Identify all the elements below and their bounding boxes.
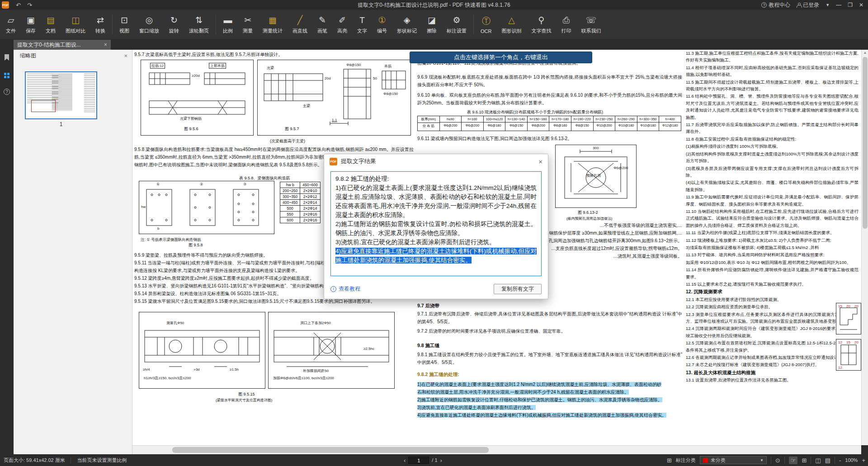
- toolbar-button[interactable]: △图形识别: [496, 11, 526, 38]
- toolbar-label: 窗口缩放: [139, 28, 159, 34]
- status-bar: 页面大小: 59.41x42.02 厘米 │ 当前页未设置测量比例 ‹ 1 / …: [0, 454, 868, 466]
- table-column: h=300~350Φ10@180: [637, 116, 660, 131]
- menu-arrow-icon[interactable]: ▼: [826, 3, 830, 7]
- toolbar-button[interactable]: ◎窗口缩放: [134, 11, 164, 38]
- toolbar-button[interactable]: ⇅滚轮翻页: [184, 11, 214, 38]
- toolbar-button[interactable]: ◫图纸对比: [61, 11, 90, 38]
- info-icon: i: [330, 286, 336, 292]
- toolbar-button[interactable]: ◈形状标记: [392, 11, 422, 38]
- help-icon[interactable]: ?: [0, 86, 14, 98]
- table-cell: 200~250: [280, 188, 300, 194]
- toolbar-button[interactable]: ▤文档: [41, 11, 61, 38]
- toolbar-icon: ▤: [47, 14, 55, 26]
- toolbar-button[interactable]: ▬比例: [218, 11, 238, 38]
- annotation-category-icon[interactable]: ⊞: [667, 457, 672, 464]
- scroll-up-arrow[interactable]: ▲: [862, 51, 868, 55]
- close-button[interactable]: ✕: [859, 2, 863, 8]
- toolbar-button[interactable]: ↻旋转: [164, 11, 184, 38]
- table-header-cell: h=100: [462, 116, 483, 122]
- horizontal-scrollbar-thumb[interactable]: [172, 447, 489, 453]
- toolbar-button[interactable]: ▣保存: [21, 11, 41, 38]
- zoom-in-button[interactable]: +: [862, 457, 865, 464]
- figure-9-5-15-left: 测量孔Φ50 ≥h/4 >3d ≥1.5h h1≥h/3且≥150, bc≤h/…: [139, 312, 265, 389]
- toolbar-button[interactable]: ☏联系我们: [576, 11, 606, 38]
- toolbar-button[interactable]: ✂测量: [238, 11, 258, 38]
- table-column: h=100Φ6@200: [462, 116, 484, 131]
- pdf-paragraph: 13.1 设置后浇带,后浇带的位置及作法详见各层施工图。: [686, 377, 859, 383]
- pdf-paragraph-highlight-head: 9.8.2 施工缝的处理:: [417, 371, 459, 378]
- maximize-button[interactable]: ❐: [848, 2, 853, 8]
- toolbar-icon: T: [359, 14, 365, 26]
- table-column: 100<h≤120Φ6@180: [484, 116, 506, 131]
- page-number-input[interactable]: 1: [408, 457, 429, 464]
- thumbnail-panel-close-icon[interactable]: ×: [124, 52, 127, 59]
- single-page-view-icon[interactable]: ▤: [825, 457, 830, 464]
- minimize-button[interactable]: —: [836, 2, 841, 8]
- thumbnails-toggle-icon[interactable]: [0, 70, 14, 81]
- redo-icon[interactable]: ↷: [27, 2, 32, 9]
- toolbar-label: 比例: [223, 28, 233, 34]
- table-value-cell: 分 布 筋: [418, 123, 439, 129]
- two-page-view-icon[interactable]: ◫: [815, 457, 821, 464]
- extracted-text-paragraph: 3)浇筑前,宜在已硬化的混凝土表面涂刷界面剂后进行浇筑。: [335, 238, 537, 247]
- copy-all-text-button[interactable]: 复制所有文字: [494, 284, 542, 294]
- toolbar-button[interactable]: ⚙标注设置: [442, 11, 472, 38]
- figure-label: 补加箍筋间距50: [303, 368, 329, 373]
- tab-close-icon[interactable]: ×: [104, 42, 107, 48]
- toolbar-button[interactable]: ╱画直线: [288, 11, 312, 38]
- horizontal-scrollbar[interactable]: [132, 445, 861, 454]
- login-status-button[interactable]: 已登录: [797, 1, 819, 9]
- toolbar-button[interactable]: ⎙打印: [556, 11, 576, 38]
- table-header-cell: h=150~160: [528, 116, 549, 122]
- chevron-down-icon: ▼: [760, 458, 764, 462]
- table-cell: 600: [280, 217, 300, 223]
- category-dropdown[interactable]: 未分类 ▼: [700, 456, 767, 464]
- table-cell: 2×2Φ16: [300, 217, 320, 223]
- red-dimension: 15: [846, 340, 850, 344]
- toolbar-button[interactable]: ◪擦除: [422, 11, 442, 38]
- table-header-cell: h=230~250: [594, 116, 615, 122]
- visibility-eye-icon[interactable]: ⊙: [775, 457, 780, 464]
- table-row: 5002×2Φ14: [280, 206, 321, 212]
- toolbar-button[interactable]: ✐高亮: [332, 11, 352, 38]
- toolbar-button[interactable]: ⇄转换: [90, 11, 110, 38]
- tutorial-center-button[interactable]: ? 教程中心: [761, 1, 790, 9]
- extracted-text-area[interactable]: 9.8.2 施工缝的处理:1)在已硬化的混凝土表面上(要求混凝土强度达到1.2N…: [330, 171, 542, 276]
- toolbar-icon: ①: [378, 14, 386, 26]
- toolbar-icon: ⇅: [195, 14, 203, 26]
- page-thumbnail[interactable]: [25, 71, 97, 119]
- toolbar-button[interactable]: T文字: [352, 11, 372, 38]
- figure-9-5-15-right: 洞口上下各加2Φ50 补加箍筋间距50 加筋Φ6@d≤h/6且≤100, bc≤…: [268, 312, 395, 389]
- login-label: 已登录: [803, 1, 819, 9]
- toolbar-button[interactable]: ⊡视图: [114, 11, 134, 38]
- prev-page-button[interactable]: ‹: [404, 457, 406, 464]
- table-cell: 2×2Φ16: [300, 212, 320, 217]
- pdf-paragraph: 9.6.10 单向板、双向板支座负筋的分布筋,除平面图中另有注明者外应满足表 9…: [417, 91, 682, 107]
- dialog-close-icon[interactable]: ×: [538, 158, 542, 165]
- zoom-out-button[interactable]: -: [839, 457, 841, 464]
- hand-pan-tool-icon[interactable]: ☞: [789, 457, 798, 464]
- tab-document[interactable]: 提取文字0-结构施工图设... ×: [14, 40, 111, 50]
- toolbar-button[interactable]: ⚲文字查找: [526, 11, 556, 38]
- toolbar-icon: ↻: [170, 14, 178, 26]
- toolbar-button[interactable]: ▱文件: [1, 11, 21, 38]
- next-page-button[interactable]: ›: [440, 457, 442, 464]
- dialog-title: 提取文字结果: [341, 157, 376, 165]
- vertical-scrollbar[interactable]: ▲: [861, 50, 868, 445]
- add-page-icon[interactable]: ⊞: [802, 457, 807, 464]
- view-tutorial-link[interactable]: i 查看教程: [330, 285, 360, 293]
- bookmark-icon[interactable]: [0, 52, 14, 63]
- pdf-paragraph: 11.10 当钢筋砼结构构件采用植筋时,在工程施工前,应先进行现场拉拔试验,合格…: [686, 208, 859, 229]
- toolbar-button[interactable]: ✎画笔: [312, 11, 332, 38]
- toolbar-button[interactable]: ①编号: [372, 11, 392, 38]
- table-column: h=170~180Φ8@180: [549, 116, 571, 131]
- toolbar-button[interactable]: ▦测量统计: [258, 11, 288, 38]
- table-value-cell: Φ10@180: [637, 122, 659, 128]
- toolbar-button[interactable]: ⓉOCR: [476, 11, 496, 38]
- pdf-paragraph: 3)须采取有效措施保证楼板不被损坏; 4)楼面施工荷载≤1.5 kN/m2 ,并…: [686, 244, 859, 251]
- undo-icon[interactable]: ↶: [16, 2, 21, 9]
- dialog-header[interactable]: PDF 提取文字结果 ×: [324, 154, 548, 169]
- vertical-scrollbar-thumb[interactable]: [863, 57, 868, 229]
- figure-label: 次梁: [267, 66, 274, 71]
- toolbar-icon: ⎙: [563, 14, 570, 26]
